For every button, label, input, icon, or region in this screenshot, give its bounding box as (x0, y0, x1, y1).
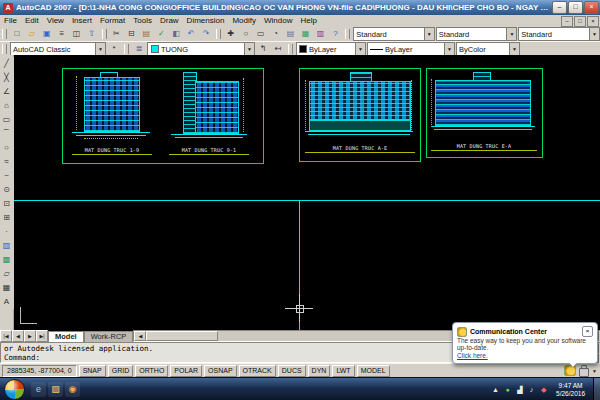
chevron-down-icon[interactable]: ▼ (589, 28, 599, 40)
hatch-icon[interactable]: ▨ (0, 239, 14, 253)
rectangle-icon[interactable]: ▭ (0, 113, 14, 127)
menu-view[interactable]: View (43, 15, 68, 27)
chevron-down-icon[interactable]: ▼ (424, 28, 434, 40)
undo-icon[interactable]: ↶ (184, 27, 198, 41)
arc-icon[interactable]: ⌒ (0, 127, 14, 141)
region-icon[interactable]: ▱ (0, 267, 14, 281)
osnap-button[interactable]: OSNAP (204, 365, 237, 377)
scroll-left-icon[interactable]: ◀ (134, 331, 146, 341)
insert-block-icon[interactable]: ⊡ (0, 197, 14, 211)
antivirus-tray-icon[interactable]: ● (503, 386, 512, 393)
cut-icon[interactable]: ✂ (110, 27, 124, 41)
scrollbar-thumb[interactable] (146, 331, 218, 341)
pan-icon[interactable]: ✚ (224, 27, 238, 41)
color-combo[interactable]: ByLayer ▼ (296, 42, 366, 56)
make-layer-current-icon[interactable]: ↰ (256, 42, 270, 56)
tab-prev-icon[interactable]: ◀ (12, 330, 24, 342)
start-button[interactable] (4, 379, 25, 400)
dim-style-combo[interactable]: Standard ▼ (436, 27, 518, 41)
mtext-icon[interactable]: A (0, 295, 14, 309)
lwt-button[interactable]: LWT (332, 365, 354, 377)
zoom-previous-icon[interactable]: ◔ (269, 27, 283, 41)
model-button[interactable]: MODEL (357, 365, 390, 377)
polygon-icon[interactable]: ⌂ (0, 99, 14, 113)
menu-draw[interactable]: Draw (156, 15, 183, 27)
menu-edit[interactable]: Edit (21, 15, 43, 27)
chevron-down-icon[interactable]: ▼ (244, 43, 254, 55)
chevron-down-icon[interactable]: ▼ (444, 43, 454, 55)
menu-modify[interactable]: Modify (228, 15, 260, 27)
doc-restore-button[interactable]: □ (574, 16, 586, 27)
gradient-icon[interactable]: ▩ (0, 253, 14, 267)
zoom-window-icon[interactable]: ▭ (254, 27, 268, 41)
menu-file[interactable]: File (0, 15, 21, 27)
restore-button[interactable]: □ (568, 1, 583, 14)
table-icon[interactable]: ▦ (0, 281, 14, 295)
properties-icon[interactable]: ▤ (284, 27, 298, 41)
spline-icon[interactable]: ~ (0, 169, 14, 183)
toolbar-grip[interactable] (2, 44, 7, 54)
block-editor-icon[interactable]: ◧ (169, 27, 183, 41)
tab-work-rcp[interactable]: Work-RCP (84, 331, 134, 342)
copy-icon[interactable]: ⊟ (124, 27, 138, 41)
toolbar-grip[interactable] (124, 44, 129, 54)
make-block-icon[interactable]: ⊞ (0, 211, 14, 225)
toolbar-grip[interactable] (288, 44, 293, 54)
designcenter-icon[interactable]: ▦ (299, 27, 313, 41)
minimize-button[interactable]: – (552, 1, 567, 14)
menu-dimension[interactable]: Dimension (183, 15, 229, 27)
tab-next-icon[interactable]: ▶ (24, 330, 36, 342)
plot-style-combo[interactable]: ByColor ▼ (456, 42, 520, 56)
taskbar-clock[interactable]: 9:47 AM 5/26/2016 (551, 382, 590, 398)
circle-icon[interactable]: ○ (0, 141, 14, 155)
layer-combo[interactable]: TUONG ▼ (147, 42, 255, 56)
ortho-button[interactable]: ORTHO (135, 365, 168, 377)
ellipse-icon[interactable]: ⊙ (0, 183, 14, 197)
chevron-down-icon[interactable]: ▼ (506, 28, 516, 40)
otrack-button[interactable]: OTRACK (239, 365, 276, 377)
paste-icon[interactable]: ▤ (139, 27, 153, 41)
new-file-icon[interactable]: □ (10, 27, 24, 41)
workspace-combo[interactable]: AutoCAD Classic ▼ (10, 42, 106, 56)
polyline-icon[interactable]: ∠ (0, 85, 14, 99)
volume-tray-icon[interactable]: ♪ (527, 386, 536, 393)
chevron-down-icon[interactable]: ▼ (355, 43, 365, 55)
media-player-icon[interactable]: ◉ (65, 382, 80, 397)
doc-close-button[interactable]: × (587, 16, 599, 27)
close-button[interactable]: × (584, 1, 599, 14)
revision-cloud-icon[interactable]: ≈ (0, 155, 14, 169)
tool-palettes-icon[interactable]: ▥ (313, 27, 327, 41)
construction-line-icon[interactable]: ╳ (0, 71, 14, 85)
tab-last-icon[interactable]: ▶| (36, 330, 48, 342)
layer-properties-manager-icon[interactable]: ≣ (132, 42, 146, 56)
ducs-button[interactable]: DUCS (278, 365, 306, 377)
help-icon[interactable]: ? (328, 27, 342, 41)
dyn-button[interactable]: DYN (308, 365, 331, 377)
text-style-combo[interactable]: Standard ▼ (353, 27, 435, 41)
toolbar-grip[interactable] (102, 29, 107, 39)
snap-button[interactable]: SNAP (79, 365, 106, 377)
network-tray-icon[interactable]: ▟ (515, 386, 524, 394)
open-icon[interactable]: ▱ (25, 27, 39, 41)
polar-button[interactable]: POLAR (170, 365, 202, 377)
plot-preview-icon[interactable]: ◫ (70, 27, 84, 41)
menu-help[interactable]: Help (296, 15, 320, 27)
save-icon[interactable]: ▣ (40, 27, 54, 41)
explorer-folder-icon[interactable]: ▨ (48, 382, 63, 397)
toolbar-grip[interactable] (216, 29, 221, 39)
publish-icon[interactable]: ⇧ (85, 27, 99, 41)
table-style-combo[interactable]: Standard ▼ (518, 27, 600, 41)
linetype-combo[interactable]: ByLayer ▼ (367, 42, 455, 56)
tab-model[interactable]: Model (48, 331, 84, 342)
point-icon[interactable]: · (0, 225, 14, 239)
workspace-settings-icon[interactable]: * (107, 42, 121, 56)
status-tray-menu-icon[interactable]: ▼ (592, 368, 597, 374)
balloon-click-here-link[interactable]: Click here. (457, 352, 488, 359)
chevron-down-icon[interactable]: ▼ (95, 43, 105, 55)
chevron-down-icon[interactable]: ▼ (509, 43, 519, 55)
balloon-close-icon[interactable]: × (582, 326, 593, 337)
menu-format[interactable]: Format (96, 15, 129, 27)
match-properties-icon[interactable]: ✓ (154, 27, 168, 41)
zoom-realtime-icon[interactable]: ○ (239, 27, 253, 41)
menu-tools[interactable]: Tools (129, 15, 156, 27)
